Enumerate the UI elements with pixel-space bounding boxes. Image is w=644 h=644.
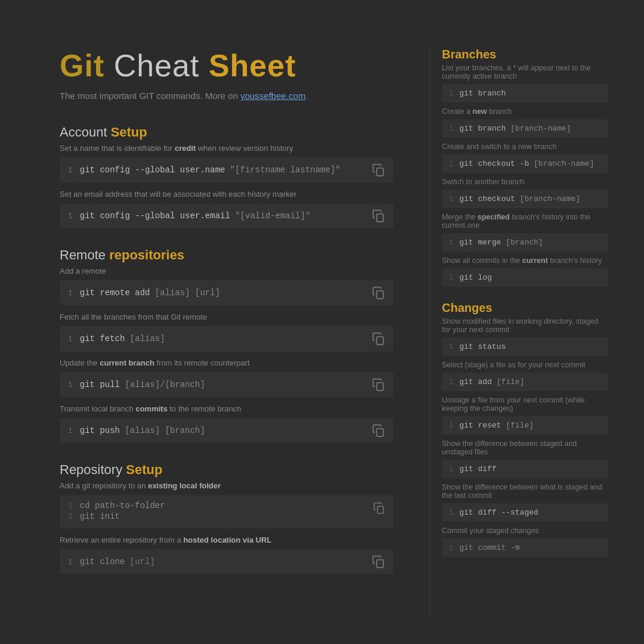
code-block-checkout-b: 1 git checkout -b [branch-name] [442,154,608,173]
section-title-remote: Remote repositories [60,247,394,263]
code-block-diff-staged: 1 git diff --staged [442,503,608,522]
branches-desc-5: Merge the specified branch's history int… [442,213,608,230]
code-block-add: 1 git add [file] [442,373,608,391]
title-cheat: Cheat [114,48,200,83]
code-block-commit: 1 git commit -m [442,538,608,557]
branches-desc-4: Switch to another branch [442,178,608,186]
title-git: Git [60,48,104,83]
copy-icon[interactable] [372,209,385,222]
code-block-config-email: 1 git config --global user.email "[valid… [60,203,394,228]
section-remote-repos: Remote repositories Add a remote 1 git r… [60,247,394,443]
website-link[interactable]: youssefbee.com [240,91,305,101]
section-title-account: Account Setup [60,125,394,140]
title-sheet: Sheet [209,48,296,83]
page-title: Git Cheat Sheet [60,48,394,83]
changes-desc-5: Show the difference between what is stag… [442,483,608,500]
changes-desc-1: Show modified files in working directory… [442,317,608,334]
branches-desc-2: Create a new branch [442,107,608,116]
section-title-repo: Repository Setup [60,462,394,478]
changes-desc-3: Unstage a file from your next commit (wh… [442,396,608,413]
repo-desc-1: Add a git repository to an existing loca… [60,481,394,490]
copy-icon[interactable] [372,332,385,345]
repo-desc-2: Retrieve an entire repository from a hos… [60,535,394,544]
subtitle: The most important GIT commands. More on… [60,91,394,101]
remote-desc-2: Fetch all the branches from that Git rem… [60,312,394,321]
code-block-branch-new: 1 git branch [branch-name] [442,119,608,138]
svg-rect-6 [377,506,383,513]
section-changes: Changes Show modified files in working d… [442,301,608,557]
svg-rect-2 [377,291,383,299]
svg-rect-7 [377,560,383,568]
svg-rect-5 [377,429,383,436]
code-block-pull: 1 git pull [alias]/[branch] [60,372,394,397]
code-block-remote-add: 1 git remote add [alias] [url] [60,280,394,305]
changes-desc-4: Show the difference between staged and u… [442,439,608,456]
code-block-log: 1 git log [442,268,608,287]
branches-desc-1: List your branches. a * will appear next… [442,64,608,80]
branches-desc-3: Create and switch to a new branch [442,143,608,151]
svg-rect-4 [377,383,383,391]
copy-icon[interactable] [372,163,385,177]
remote-desc-4: Transmit local branch commits to the rem… [60,404,394,413]
copy-icon[interactable] [372,378,385,391]
code-block-status: 1 git status [442,338,608,356]
copy-icon[interactable] [372,555,385,568]
code-block-push: 1 git push [alias] [branch] [60,418,394,443]
remote-desc-3: Update the current branch from its remot… [60,358,394,367]
account-desc-1: Set a name that is identifiable for cred… [60,144,394,153]
copy-icon[interactable] [373,502,385,514]
branches-desc-6: Show all commits in the current branch's… [442,256,608,265]
code-block-init: 1 cd path-to-folder 2 git init [60,495,394,528]
section-account-setup: Account Setup Set a name that is identif… [60,125,394,228]
section-repo-setup: Repository Setup Add a git repository to… [60,462,394,574]
code-block-checkout: 1 git checkout [branch-name] [442,190,608,208]
code-block-reset: 1 git reset [file] [442,416,608,435]
changes-desc-2: Select (stage) a file as for your next c… [442,361,608,369]
left-column: Git Cheat Sheet The most important GIT c… [60,48,405,620]
svg-rect-0 [377,168,383,176]
svg-rect-1 [377,214,383,222]
code-block-config-name: 1 git config --global user.name "[firstn… [60,157,394,182]
copy-icon[interactable] [372,424,385,437]
code-block-fetch: 1 git fetch [alias] [60,326,394,351]
remote-desc-1: Add a remote [60,267,394,275]
section-branches: Branches List your branches. a * will ap… [442,48,608,287]
code-block-diff: 1 git diff [442,460,608,478]
code-block-merge: 1 git merge [branch] [442,233,608,252]
svg-rect-3 [377,337,383,345]
code-block-branch: 1 git branch [442,84,608,103]
account-desc-2: Set an email address that will be associ… [60,190,394,199]
copy-icon[interactable] [372,286,385,299]
right-column: Branches List your branches. a * will ap… [429,48,608,620]
code-block-clone: 1 git clone [url] [60,549,394,574]
changes-desc-6: Commit your staged changes [442,527,608,535]
section-title-changes: Changes [442,301,608,315]
section-title-branches: Branches [442,48,608,61]
